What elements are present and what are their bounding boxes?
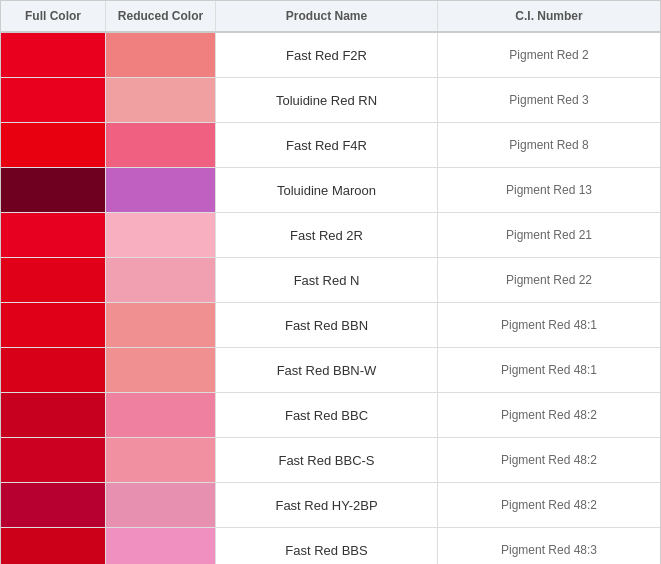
ci-number-cell: Pigment Red 48:2 <box>438 393 660 437</box>
reduced-color-swatch <box>106 33 216 77</box>
table-header: Full Color Reduced Color Product Name C.… <box>1 1 660 33</box>
full-color-swatch <box>1 483 106 527</box>
header-product-name: Product Name <box>216 1 438 31</box>
product-name-cell: Toluidine Red RN <box>216 78 438 122</box>
reduced-color-swatch <box>106 483 216 527</box>
table-row: Fast Red BBC-SPigment Red 48:2 <box>1 438 660 483</box>
full-color-swatch <box>1 78 106 122</box>
ci-number-cell: Pigment Red 48:2 <box>438 438 660 482</box>
reduced-color-swatch <box>106 348 216 392</box>
product-name-cell: Fast Red BBC <box>216 393 438 437</box>
ci-number-cell: Pigment Red 2 <box>438 33 660 77</box>
ci-number-cell: Pigment Red 48:1 <box>438 348 660 392</box>
reduced-color-swatch <box>106 303 216 347</box>
product-name-cell: Toluidine Maroon <box>216 168 438 212</box>
full-color-swatch <box>1 393 106 437</box>
ci-number-cell: Pigment Red 48:1 <box>438 303 660 347</box>
table-row: Fast Red BBNPigment Red 48:1 <box>1 303 660 348</box>
header-reduced-color: Reduced Color <box>106 1 216 31</box>
full-color-swatch <box>1 168 106 212</box>
ci-number-cell: Pigment Red 13 <box>438 168 660 212</box>
product-name-cell: Fast Red F4R <box>216 123 438 167</box>
reduced-color-swatch <box>106 528 216 564</box>
product-name-cell: Fast Red BBN-W <box>216 348 438 392</box>
product-name-cell: Fast Red BBS <box>216 528 438 564</box>
ci-number-cell: Pigment Red 21 <box>438 213 660 257</box>
reduced-color-swatch <box>106 393 216 437</box>
table-row: Fast Red BBCPigment Red 48:2 <box>1 393 660 438</box>
ci-number-cell: Pigment Red 48:3 <box>438 528 660 564</box>
reduced-color-swatch <box>106 123 216 167</box>
product-name-cell: Fast Red F2R <box>216 33 438 77</box>
full-color-swatch <box>1 438 106 482</box>
product-name-cell: Fast Red HY-2BP <box>216 483 438 527</box>
ci-number-cell: Pigment Red 3 <box>438 78 660 122</box>
product-name-cell: Fast Red 2R <box>216 213 438 257</box>
table-row: Fast Red HY-2BPPigment Red 48:2 <box>1 483 660 528</box>
full-color-swatch <box>1 213 106 257</box>
full-color-swatch <box>1 123 106 167</box>
table-row: Fast Red BBSPigment Red 48:3 <box>1 528 660 564</box>
product-name-cell: Fast Red BBN <box>216 303 438 347</box>
header-ci-number: C.I. Number <box>438 1 660 31</box>
table-row: Fast Red NPigment Red 22 <box>1 258 660 303</box>
full-color-swatch <box>1 528 106 564</box>
full-color-swatch <box>1 258 106 302</box>
reduced-color-swatch <box>106 78 216 122</box>
product-name-cell: Fast Red BBC-S <box>216 438 438 482</box>
reduced-color-swatch <box>106 258 216 302</box>
reduced-color-swatch <box>106 438 216 482</box>
color-table: Full Color Reduced Color Product Name C.… <box>0 0 661 564</box>
ci-number-cell: Pigment Red 8 <box>438 123 660 167</box>
table-row: Fast Red F2RPigment Red 2 <box>1 33 660 78</box>
table-row: Fast Red BBN-WPigment Red 48:1 <box>1 348 660 393</box>
table-row: Toluidine Red RNPigment Red 3 <box>1 78 660 123</box>
product-name-cell: Fast Red N <box>216 258 438 302</box>
full-color-swatch <box>1 348 106 392</box>
reduced-color-swatch <box>106 213 216 257</box>
reduced-color-swatch <box>106 168 216 212</box>
table-body: Fast Red F2RPigment Red 2Toluidine Red R… <box>1 33 660 564</box>
full-color-swatch <box>1 33 106 77</box>
header-full-color: Full Color <box>1 1 106 31</box>
ci-number-cell: Pigment Red 48:2 <box>438 483 660 527</box>
table-row: Fast Red 2RPigment Red 21 <box>1 213 660 258</box>
full-color-swatch <box>1 303 106 347</box>
table-row: Toluidine MaroonPigment Red 13 <box>1 168 660 213</box>
table-row: Fast Red F4RPigment Red 8 <box>1 123 660 168</box>
ci-number-cell: Pigment Red 22 <box>438 258 660 302</box>
